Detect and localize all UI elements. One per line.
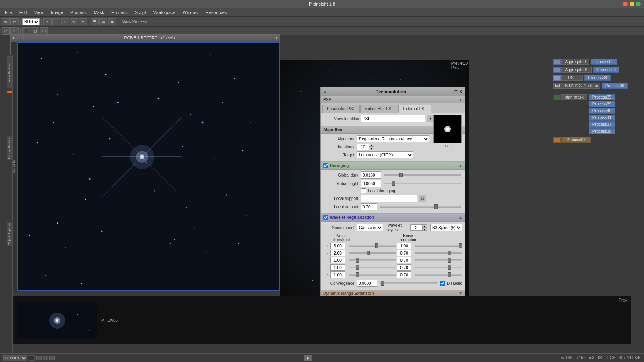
menu-process2[interactable]: Process (108, 9, 131, 16)
local-amount-slider[interactable] (380, 206, 461, 208)
open-btn[interactable]: ↩ (10, 18, 19, 25)
close-icon[interactable]: ● (12, 36, 15, 40)
maximize-btn[interactable] (636, 2, 641, 6)
wavelet-layers-input[interactable] (410, 224, 422, 231)
aggregated-1-label[interactable]: Aggregated1 (561, 67, 592, 73)
menu-view[interactable]: View (31, 9, 47, 16)
process39-label[interactable]: Process39 (589, 101, 615, 107)
light-binning-label[interactable]: light_BINNING_1_clone (553, 83, 600, 89)
wv5-red[interactable] (397, 272, 411, 278)
iterations-down-btn[interactable]: ▼ (369, 147, 374, 150)
dering-collapse-arrow[interactable]: ▲ (458, 163, 462, 168)
convergence-slider[interactable] (380, 282, 437, 284)
psf-collapse-arrow[interactable]: ▲ (458, 97, 462, 102)
wv3-red[interactable] (397, 257, 411, 263)
tb5[interactable]: ⤡ (61, 18, 69, 25)
process38-label[interactable]: Process38 (589, 128, 615, 134)
wv4-thresh-slider[interactable] (349, 267, 396, 268)
noise-model-select[interactable]: Gaussian (357, 224, 383, 231)
menu-edit[interactable]: Edit (16, 9, 30, 16)
disabled-checkbox[interactable] (440, 281, 445, 286)
tb4[interactable]: - (52, 18, 60, 25)
new-btn[interactable]: ⟲ (2, 18, 10, 25)
menu-workspace[interactable]: Workspace (150, 9, 179, 16)
tb9[interactable]: ▦ (99, 18, 107, 25)
process06-label[interactable]: Process06 (602, 83, 628, 89)
b3spline-select[interactable]: B3 Spline (5) (430, 224, 462, 231)
menu-file[interactable]: File (2, 9, 15, 16)
maximize-icon[interactable]: □ (21, 36, 23, 40)
deconv-close-icon[interactable]: ✕ (459, 90, 462, 94)
target-select[interactable]: Luminance (CIE Y) (357, 151, 413, 158)
wv4-red-slider[interactable] (415, 267, 462, 268)
wv1-red-slider[interactable] (415, 245, 462, 247)
aggregated-0-label[interactable]: Aggregated (561, 59, 590, 65)
wv1-thresh-slider[interactable] (349, 245, 396, 247)
wv5-thresh[interactable] (330, 272, 345, 278)
process07-label[interactable]: Process07 (561, 137, 591, 143)
play-btn[interactable]: ▶ (304, 355, 312, 361)
wv2-red[interactable] (397, 250, 411, 256)
menu-image[interactable]: Image (47, 9, 66, 16)
tb7[interactable]: ✦ (79, 18, 87, 25)
process40-label[interactable]: Process40 (589, 108, 615, 114)
close-btn[interactable] (623, 2, 628, 6)
dre-collapse-arrow[interactable]: ▼ (458, 291, 462, 296)
local-support-input[interactable] (361, 195, 417, 202)
process03-label[interactable]: Process03 (593, 67, 619, 73)
wv3-thresh-slider[interactable] (349, 259, 396, 261)
sidebar-format-explorer[interactable]: Format Explorer (7, 136, 12, 160)
before-selector[interactable]: BEFORE (3, 355, 27, 361)
wv1-thresh[interactable] (330, 243, 345, 249)
tb8[interactable]: ☰ (91, 18, 99, 25)
wave-collapse-arrow[interactable]: ▲ (458, 215, 462, 220)
deringing-checkbox[interactable] (323, 163, 328, 168)
global-bright-input[interactable] (361, 180, 381, 187)
wavelet-header[interactable]: Wavelet Regularization ▲ (321, 214, 465, 222)
process37-label[interactable]: Process37 (589, 121, 615, 128)
menu-mask[interactable]: Mask (91, 9, 107, 16)
global-dark-slider[interactable] (384, 174, 461, 176)
wv4-thresh[interactable] (330, 264, 345, 271)
wv4-red[interactable] (397, 264, 411, 271)
wv2-red-slider[interactable] (415, 252, 462, 254)
tb3[interactable]: + (43, 18, 52, 25)
tb10[interactable]: ◉ (108, 18, 116, 25)
wv3-red-slider[interactable] (415, 259, 462, 261)
global-bright-slider[interactable] (384, 183, 461, 184)
iterations-input[interactable] (357, 144, 369, 150)
minimize-icon[interactable]: ─ (17, 36, 19, 40)
tab-motion-blur-psf[interactable]: Motion Blur PSF (360, 105, 398, 113)
sidebar-view-explorer[interactable]: View Explorer (7, 56, 12, 88)
process04-label[interactable]: Process04 (584, 75, 611, 81)
wv2-thresh[interactable] (330, 250, 345, 256)
global-dark-input[interactable] (361, 171, 381, 179)
wl-up-btn[interactable]: ▲ (422, 224, 427, 228)
algorithm-select[interactable]: Regularized Richardson-Lucy (357, 135, 429, 142)
channel-selector[interactable]: RGB (22, 18, 40, 25)
psf-header[interactable]: PSF ▲ (321, 96, 465, 103)
menu-resources[interactable]: Resources (202, 9, 230, 16)
wv5-red-slider[interactable] (415, 274, 462, 276)
sidebar-object-explorer[interactable]: Object Explorer (7, 222, 12, 246)
menu-process[interactable]: Process (67, 9, 90, 16)
deringing-header[interactable]: Deringing ▲ (321, 162, 465, 170)
wavelet-checkbox[interactable] (323, 215, 328, 220)
process41-label[interactable]: Process41 (589, 115, 615, 121)
wv5-thresh-slider[interactable] (349, 274, 396, 276)
local-deringing-checkbox[interactable] (361, 188, 366, 193)
window-close-icon[interactable]: ✕ (275, 36, 278, 40)
process35-label[interactable]: Process35 (589, 94, 615, 100)
minimize-btn[interactable] (630, 2, 634, 6)
local-amount-input[interactable] (361, 203, 377, 210)
wv3-thresh[interactable] (330, 257, 345, 263)
view-identifier-input[interactable] (361, 115, 425, 122)
tab-external-psf[interactable]: External PSF (398, 105, 431, 113)
local-support-btn[interactable]: □ (419, 195, 426, 202)
star-mask-label[interactable]: star_mask (561, 94, 587, 100)
convergence-input[interactable] (357, 280, 377, 287)
wl-down-btn[interactable]: ▼ (422, 228, 427, 231)
process02-label[interactable]: Process02 (591, 59, 617, 65)
wv1-red[interactable] (397, 243, 411, 249)
menu-window[interactable]: Window (180, 9, 202, 16)
